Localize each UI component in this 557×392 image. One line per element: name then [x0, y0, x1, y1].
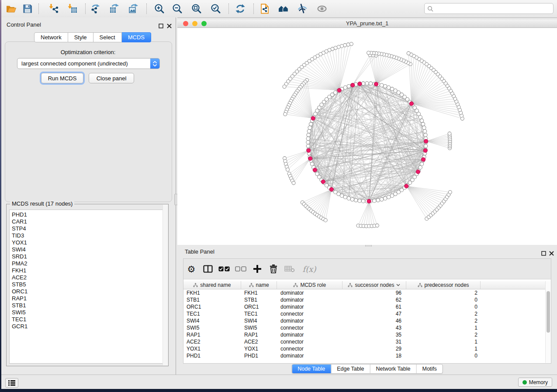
cell-successor-nodes: 62 [343, 297, 407, 303]
cell-mcds-role: dominator [277, 318, 343, 324]
import-table-icon[interactable] [67, 3, 78, 14]
cell-predecessor-nodes: 2 [407, 290, 481, 296]
import-network-icon[interactable] [48, 3, 59, 14]
cell-successor-nodes: 47 [343, 311, 407, 317]
mcds-result-item[interactable]: SRD1 [12, 253, 165, 260]
table-row[interactable]: YOX1YOX1connector291 [183, 345, 546, 352]
float-panel-icon[interactable] [159, 22, 164, 28]
column-settings-icon[interactable]: ⚙ [185, 263, 197, 275]
table-row[interactable]: PHD1PHD1dominator180 [183, 352, 546, 359]
network-canvas[interactable] [177, 28, 557, 245]
toggle-panel-icon[interactable] [202, 263, 214, 275]
mcds-result-item[interactable]: ORC1 [12, 288, 165, 295]
close-panel-icon[interactable] [549, 250, 554, 255]
tab-select[interactable]: Select [93, 32, 122, 42]
cell-name: SWI4 [241, 318, 277, 324]
column-header-shared-name[interactable]: shared name [183, 281, 241, 289]
open-file-icon[interactable] [5, 3, 17, 14]
task-history-button[interactable] [5, 378, 18, 388]
cell-predecessor-nodes: 0 [407, 297, 481, 303]
network-window-titlebar[interactable]: YPA_prune.txt_1 [177, 20, 557, 28]
hide-annotations-icon[interactable] [297, 3, 308, 14]
mcds-result-item[interactable]: YOX1 [12, 239, 165, 246]
cell-mcds-role: dominator [277, 297, 343, 303]
tab-edge-table[interactable]: Edge Table [331, 364, 370, 373]
zoom-in-icon[interactable] [154, 3, 165, 14]
mcds-result-item[interactable]: RAP1 [12, 295, 165, 302]
table-row[interactable]: ORC1ORC1dominator610 [183, 303, 546, 310]
run-mcds-button[interactable]: Run MCDS [41, 73, 83, 83]
tab-style[interactable]: Style [68, 32, 93, 42]
export-network-icon[interactable] [90, 3, 101, 14]
export-image-icon[interactable] [128, 3, 139, 14]
maximize-window-icon[interactable] [201, 21, 207, 26]
cell-predecessor-nodes: 0 [407, 304, 481, 310]
toolbar-separator [228, 3, 229, 14]
close-window-icon[interactable] [183, 21, 188, 26]
table-row[interactable]: TEC1TEC1connector472 [183, 310, 546, 317]
table-row[interactable]: SWI4SWI4dominator462 [183, 317, 546, 324]
close-panel-icon[interactable] [167, 22, 172, 28]
zoom-fit-icon[interactable] [191, 3, 202, 14]
column-header-successor-nodes[interactable]: successor nodes [343, 281, 406, 289]
close-panel-button[interactable]: Close panel [89, 73, 134, 83]
mcds-result-item[interactable]: TEC1 [12, 316, 165, 323]
mcds-result-item[interactable]: GCR1 [12, 323, 165, 330]
show-hide-panels-icon[interactable] [278, 3, 289, 14]
show-annotations-icon[interactable] [316, 3, 328, 14]
optimization-criterion-dropdown[interactable]: largest connected component (undirected) [17, 58, 160, 69]
mcds-result-item[interactable]: PHD1 [12, 211, 165, 218]
table-body: FKH1FKH1dominator962STB1STB1dominator620… [183, 289, 546, 363]
mcds-result-item[interactable]: SWI5 [12, 309, 165, 316]
mcds-result-item[interactable]: SWI4 [12, 246, 165, 253]
cell-shared-name: PHD1 [183, 353, 241, 359]
table-row[interactable]: SWI5SWI5connector431 [183, 324, 546, 331]
mcds-result-item[interactable]: STB1 [12, 302, 165, 309]
tab-network[interactable]: Network [34, 32, 68, 42]
cell-successor-nodes: 18 [343, 353, 407, 359]
table-scrollbar[interactable] [545, 281, 551, 363]
mcds-result-list: PHD1CAR1STP4TID3YOX1SWI4SRD1PMA2FKH1ACE2… [9, 210, 166, 364]
table-scrollbar-thumb[interactable] [547, 291, 550, 333]
mcds-result-item[interactable]: CAR1 [12, 218, 165, 225]
tab-network-table[interactable]: Network Table [370, 364, 416, 373]
table-row[interactable]: ACE2ACE2connector311 [183, 338, 546, 345]
mcds-result-item[interactable]: ACE2 [12, 274, 165, 281]
column-header-MCDS-role[interactable]: MCDS role [277, 281, 343, 289]
main-toolbar [1, 0, 557, 18]
tab-mcds[interactable]: MCDS [122, 32, 151, 42]
optimization-criterion-label: Optimization criterion: [1, 49, 175, 55]
search-field[interactable] [424, 3, 554, 14]
mcds-result-item[interactable]: STP4 [12, 225, 165, 232]
mcds-result-item[interactable]: PMA2 [12, 260, 165, 267]
zoom-out-icon[interactable] [172, 3, 183, 14]
mcds-result-item[interactable]: FKH1 [12, 267, 165, 274]
deselect-all-checkboxes-icon[interactable] [235, 263, 247, 275]
table-row[interactable]: RAP1RAP1dominator352 [183, 331, 546, 338]
tab-motifs[interactable]: Motifs [416, 364, 442, 373]
mcds-result-scrollbar[interactable] [163, 205, 168, 365]
save-session-icon[interactable] [22, 3, 33, 14]
zoom-selected-icon[interactable] [210, 3, 221, 14]
apply-layout-icon[interactable] [235, 3, 246, 14]
export-table-icon[interactable] [109, 3, 120, 14]
table-row[interactable]: FKH1FKH1dominator962 [183, 289, 546, 296]
mcds-result-title: MCDS result (17 nodes) [10, 200, 74, 207]
mcds-result-item[interactable]: STB5 [12, 281, 165, 288]
network-window: YPA_prune.txt_1 [177, 20, 557, 244]
add-row-icon[interactable] [251, 263, 263, 275]
table-panel: Table Panel ⚙ [177, 247, 557, 375]
search-input[interactable] [435, 5, 550, 12]
table-row[interactable]: STB1STB1dominator620 [183, 296, 546, 303]
select-all-checkboxes-icon[interactable] [218, 263, 230, 275]
cell-shared-name: FKH1 [183, 290, 241, 296]
clone-network-icon[interactable] [259, 3, 270, 14]
column-header-name[interactable]: name [241, 281, 277, 289]
column-header-predecessor-nodes[interactable]: predecessor nodes [406, 281, 481, 289]
tab-node-table[interactable]: Node Table [292, 364, 331, 373]
delete-row-icon[interactable] [267, 263, 280, 275]
float-panel-icon[interactable] [541, 250, 547, 255]
memory-button[interactable]: Memory [518, 378, 552, 387]
mcds-result-item[interactable]: TID3 [12, 232, 165, 239]
minimize-window-icon[interactable] [192, 21, 197, 26]
